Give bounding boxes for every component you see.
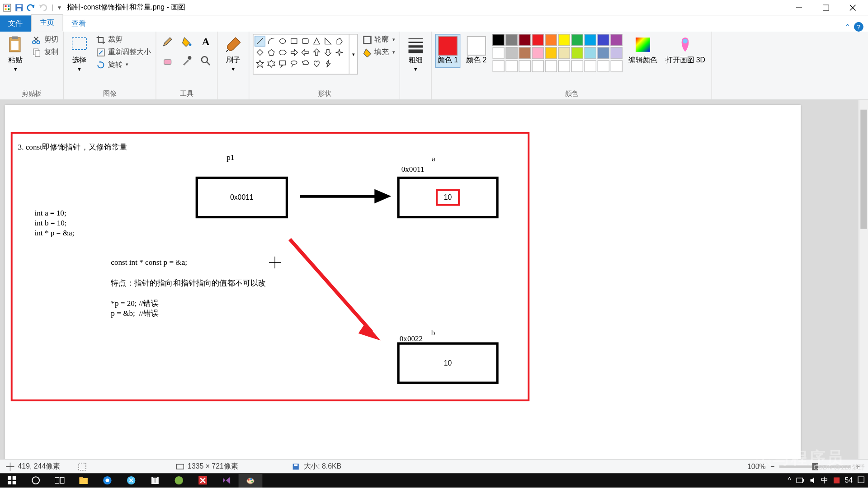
minimize-button[interactable]: [785, 0, 812, 15]
paste-button[interactable]: 粘贴 ▼: [4, 34, 28, 73]
shape-arrow-right[interactable]: [288, 47, 299, 58]
color-swatch[interactable]: [519, 60, 531, 72]
color-swatch[interactable]: [571, 60, 583, 72]
color-swatch[interactable]: [493, 34, 505, 46]
color-swatch[interactable]: [611, 34, 623, 46]
rotate-button[interactable]: 旋转▾: [95, 59, 152, 70]
shape-star6[interactable]: [266, 58, 277, 69]
shape-diamond[interactable]: [255, 47, 265, 58]
color-swatch[interactable]: [506, 47, 518, 59]
tray-clock[interactable]: 54: [845, 476, 853, 484]
fill-button[interactable]: 填充▾: [361, 47, 396, 58]
maximize-button[interactable]: [812, 0, 839, 15]
help-icon[interactable]: ?: [854, 22, 863, 32]
shape-rect[interactable]: [288, 36, 299, 47]
fill-tool[interactable]: [179, 34, 194, 49]
color-swatch[interactable]: [545, 34, 557, 46]
shape-curve[interactable]: [266, 36, 277, 47]
redo-icon[interactable]: [38, 3, 47, 12]
cut-button[interactable]: 剪切: [31, 34, 60, 45]
magnifier-tool[interactable]: [198, 53, 213, 68]
save-icon[interactable]: [14, 3, 24, 12]
app3-taskbar[interactable]: [167, 473, 191, 488]
shapes-dropdown[interactable]: ▾: [349, 34, 358, 75]
tab-home[interactable]: 主页: [31, 14, 63, 32]
shape-callout-rect[interactable]: [277, 58, 288, 69]
color-swatch[interactable]: [506, 34, 518, 46]
color-swatch[interactable]: [598, 47, 609, 59]
cortana-button[interactable]: [24, 473, 48, 488]
tray-chevron-icon[interactable]: ^: [788, 476, 791, 484]
ime-indicator[interactable]: 中: [821, 475, 828, 485]
color-swatch[interactable]: [558, 47, 570, 59]
shape-hexagon[interactable]: [277, 47, 288, 58]
shape-lightning[interactable]: [323, 58, 334, 69]
color-swatch[interactable]: [585, 47, 596, 59]
color-swatch[interactable]: [598, 60, 609, 72]
color-swatch[interactable]: [545, 47, 557, 59]
color-swatch[interactable]: [545, 60, 557, 72]
shape-polygon[interactable]: [334, 36, 345, 47]
text-tool[interactable]: A: [198, 34, 213, 49]
color1-button[interactable]: 颜色 1: [435, 34, 460, 68]
open-3d-button[interactable]: 打开画图 3D: [663, 34, 708, 67]
color-swatch[interactable]: [585, 34, 596, 46]
shape-callout-oval[interactable]: [288, 58, 299, 69]
color-swatch[interactable]: [585, 60, 596, 72]
picker-tool[interactable]: [179, 53, 194, 68]
shape-pentagon[interactable]: [266, 47, 277, 58]
shape-callout-cloud[interactable]: [300, 58, 311, 69]
undo-icon[interactable]: [26, 3, 36, 12]
crop-button[interactable]: 裁剪: [95, 34, 152, 45]
shape-arrow-up[interactable]: [311, 47, 322, 58]
canvas-area[interactable]: 3. const即修饰指针，又修饰常量 p1 a 0x0011 0x0011 1…: [0, 100, 859, 463]
select-button[interactable]: 选择▼: [67, 34, 91, 73]
ribbon-minimize-icon[interactable]: ⌃: [844, 23, 850, 31]
brush-button[interactable]: 刷子▼: [221, 34, 245, 73]
color-swatch[interactable]: [519, 47, 531, 59]
app2-taskbar[interactable]: T: [143, 473, 167, 488]
vertical-scrollbar[interactable]: [859, 100, 868, 463]
color-swatch[interactable]: [558, 60, 570, 72]
eraser-tool[interactable]: [160, 53, 175, 68]
shapes-gallery[interactable]: [253, 34, 349, 75]
shape-heart[interactable]: [311, 58, 322, 69]
browser-taskbar[interactable]: [95, 473, 119, 488]
color-swatch[interactable]: [493, 60, 505, 72]
start-button[interactable]: [0, 473, 24, 488]
vs-taskbar[interactable]: [215, 473, 239, 488]
shape-star4[interactable]: [334, 47, 345, 58]
color-swatch[interactable]: [519, 34, 531, 46]
color-swatch[interactable]: [532, 47, 544, 59]
shape-arrow-left[interactable]: [300, 47, 311, 58]
taskview-button[interactable]: [48, 473, 72, 488]
thickness-button[interactable]: 粗细▼: [404, 34, 428, 73]
color-swatch[interactable]: [571, 47, 583, 59]
pencil-tool[interactable]: [160, 34, 175, 49]
shape-oval[interactable]: [277, 36, 288, 47]
color-swatch[interactable]: [558, 34, 570, 46]
color2-button[interactable]: 颜色 2: [464, 34, 489, 68]
paint-taskbar[interactable]: [239, 473, 263, 488]
shape-line[interactable]: [255, 36, 265, 47]
edit-colors-button[interactable]: 编辑颜色: [626, 34, 660, 67]
qat-dropdown-icon[interactable]: ▼: [57, 5, 62, 10]
notifications-icon[interactable]: [858, 476, 865, 484]
shape-arrow-down[interactable]: [323, 47, 334, 58]
color-swatch[interactable]: [506, 60, 518, 72]
shape-star5[interactable]: [255, 58, 265, 69]
color-swatch[interactable]: [598, 34, 609, 46]
resize-button[interactable]: 重新调整大小: [95, 47, 152, 58]
shape-triangle[interactable]: [311, 36, 322, 47]
tab-view[interactable]: 查看: [63, 15, 94, 32]
close-button[interactable]: [839, 0, 866, 15]
color-swatch[interactable]: [611, 60, 623, 72]
color-swatch[interactable]: [611, 47, 623, 59]
app1-taskbar[interactable]: [119, 473, 143, 488]
shape-roundrect[interactable]: [300, 36, 311, 47]
app4-taskbar[interactable]: [191, 473, 215, 488]
color-swatch[interactable]: [493, 47, 505, 59]
shape-rtriangle[interactable]: [323, 36, 334, 47]
outline-button[interactable]: 轮廓▾: [361, 34, 396, 45]
canvas[interactable]: 3. const即修饰指针，又修饰常量 p1 a 0x0011 0x0011 1…: [5, 105, 801, 462]
